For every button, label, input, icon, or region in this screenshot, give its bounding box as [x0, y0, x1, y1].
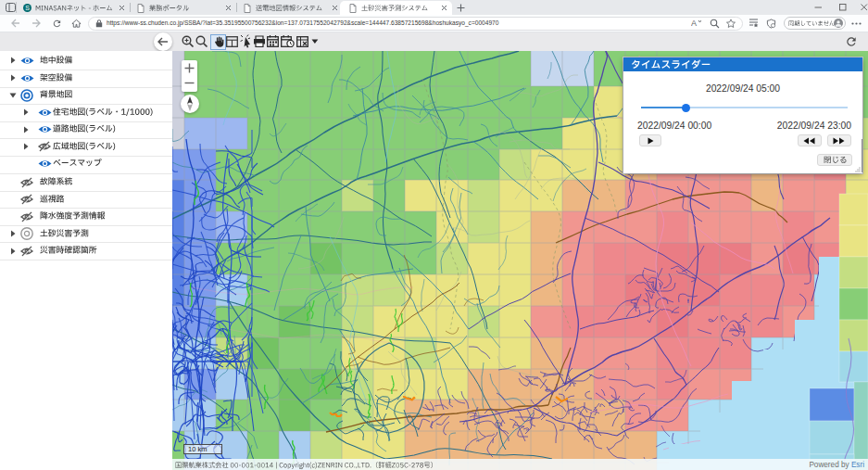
svg-text:A: A	[691, 19, 697, 28]
svg-text:S: S	[25, 5, 30, 11]
